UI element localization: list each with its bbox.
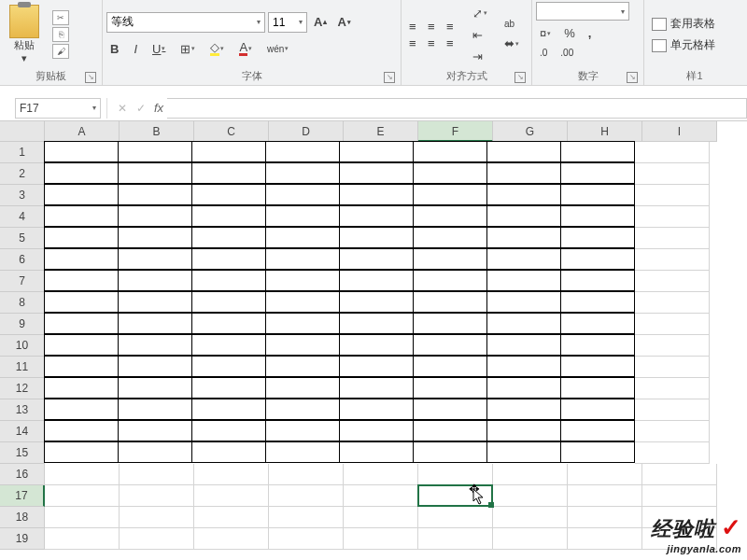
- row-header[interactable]: 7: [0, 271, 45, 292]
- row-header[interactable]: 12: [0, 378, 45, 399]
- cell[interactable]: [118, 313, 192, 334]
- cell[interactable]: [560, 441, 635, 463]
- cell[interactable]: [635, 335, 710, 357]
- cell[interactable]: [191, 205, 266, 227]
- cell[interactable]: [191, 270, 266, 291]
- cell[interactable]: [635, 185, 710, 206]
- cell[interactable]: [339, 205, 414, 227]
- percent-button[interactable]: %: [560, 24, 579, 42]
- cell[interactable]: [413, 248, 487, 270]
- align-bottom-button[interactable]: ≡: [443, 19, 459, 34]
- cell[interactable]: [339, 313, 414, 334]
- cell[interactable]: [486, 313, 561, 334]
- cell[interactable]: [418, 507, 493, 528]
- italic-button[interactable]: I: [130, 40, 141, 58]
- wrap-text-button[interactable]: ab: [500, 17, 523, 31]
- cell[interactable]: [486, 441, 561, 463]
- cell[interactable]: [194, 507, 269, 528]
- formula-input[interactable]: [167, 98, 747, 119]
- align-middle-button[interactable]: ≡: [424, 19, 441, 34]
- cell[interactable]: [44, 291, 119, 313]
- cell[interactable]: [44, 184, 119, 205]
- cell[interactable]: [568, 485, 642, 507]
- underline-button[interactable]: U▾: [148, 40, 169, 58]
- cell[interactable]: [344, 485, 418, 507]
- cell[interactable]: [344, 528, 418, 550]
- cell[interactable]: [265, 205, 340, 227]
- cell[interactable]: [118, 291, 192, 313]
- number-dialog-launcher[interactable]: ↘: [627, 72, 638, 83]
- accounting-format-button[interactable]: ¤▾: [536, 24, 555, 42]
- alignment-dialog-launcher[interactable]: ↘: [514, 72, 526, 83]
- cell[interactable]: [191, 334, 266, 356]
- cell[interactable]: [635, 442, 710, 464]
- cell[interactable]: [191, 441, 266, 463]
- row-header[interactable]: 15: [0, 442, 45, 464]
- cell[interactable]: [191, 313, 266, 334]
- cell[interactable]: [493, 528, 568, 550]
- cancel-button[interactable]: ✕: [113, 102, 132, 115]
- cell[interactable]: [265, 399, 340, 420]
- cell[interactable]: [44, 227, 119, 248]
- cell[interactable]: [191, 420, 266, 441]
- cell[interactable]: [413, 141, 487, 162]
- cell[interactable]: [339, 334, 414, 356]
- cell[interactable]: [344, 507, 418, 528]
- cell[interactable]: [635, 249, 710, 271]
- cell[interactable]: [265, 356, 340, 377]
- format-as-table-button[interactable]: 套用表格: [652, 16, 715, 32]
- cell[interactable]: [44, 441, 119, 463]
- merge-button[interactable]: ⬌▾: [500, 35, 523, 52]
- cell[interactable]: [635, 206, 710, 228]
- cell[interactable]: [486, 141, 561, 162]
- cell[interactable]: [120, 528, 194, 550]
- row-header[interactable]: 2: [0, 163, 45, 185]
- cell[interactable]: [265, 227, 340, 248]
- cell[interactable]: [486, 162, 561, 184]
- cell[interactable]: [560, 291, 635, 313]
- cell[interactable]: [265, 141, 340, 162]
- cell[interactable]: [191, 162, 266, 184]
- phonetic-button[interactable]: wén▾: [263, 42, 292, 56]
- comma-style-button[interactable]: ,: [585, 24, 596, 42]
- row-header[interactable]: 11: [0, 357, 45, 378]
- cell[interactable]: [44, 356, 119, 377]
- cell[interactable]: [493, 507, 568, 528]
- cell[interactable]: [635, 357, 710, 378]
- row-header[interactable]: 4: [0, 206, 45, 228]
- border-button[interactable]: ⊞▾: [176, 40, 199, 58]
- row-header[interactable]: 10: [0, 335, 45, 357]
- cell[interactable]: [265, 313, 340, 334]
- cell[interactable]: [560, 227, 635, 248]
- row-header[interactable]: 8: [0, 292, 45, 314]
- cell[interactable]: [265, 420, 340, 441]
- cell[interactable]: [413, 227, 487, 248]
- column-header[interactable]: A: [45, 121, 120, 142]
- cell[interactable]: [413, 441, 487, 463]
- cell[interactable]: [560, 141, 635, 162]
- align-left-button[interactable]: ≡: [405, 35, 422, 50]
- row-header[interactable]: 3: [0, 185, 45, 206]
- cell[interactable]: [413, 313, 487, 334]
- cell[interactable]: [560, 248, 635, 270]
- cell[interactable]: [194, 528, 269, 550]
- row-header[interactable]: 16: [0, 464, 45, 485]
- cell[interactable]: [44, 270, 119, 291]
- cell[interactable]: [44, 205, 119, 227]
- paste-button[interactable]: 粘贴 ▾: [4, 3, 45, 66]
- cell[interactable]: [118, 420, 192, 441]
- column-header[interactable]: B: [120, 121, 194, 142]
- cell[interactable]: [635, 421, 710, 442]
- name-box[interactable]: F17 ▾: [15, 98, 101, 119]
- cell[interactable]: [265, 441, 340, 463]
- cell[interactable]: [486, 334, 561, 356]
- row-header[interactable]: 18: [0, 507, 45, 528]
- cell[interactable]: [635, 378, 710, 399]
- cell[interactable]: [418, 464, 493, 485]
- cell[interactable]: [635, 163, 710, 185]
- decrease-decimal-button[interactable]: .00: [557, 46, 577, 60]
- cell[interactable]: [560, 334, 635, 356]
- cell-grid[interactable]: [45, 142, 717, 550]
- font-name-selector[interactable]: 等线 ▾: [106, 12, 265, 33]
- cell[interactable]: [560, 399, 635, 420]
